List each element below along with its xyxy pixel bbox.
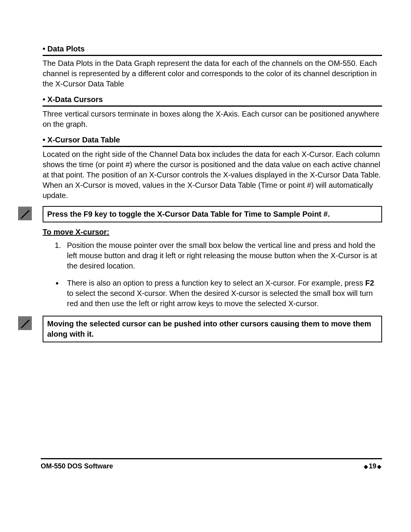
note-f9: Press the F9 key to toggle the X-Cursor … — [43, 206, 382, 222]
page: • Data Plots The Data Plots in the Data … — [0, 0, 411, 532]
heading-x-data-cursors: • X-Data Cursors — [43, 94, 382, 107]
footer-page: ◆19◆ — [363, 462, 382, 470]
para-x-cursor-data-table: Located on the right side of the Channel… — [43, 149, 382, 201]
pencil-note-icon — [18, 207, 32, 220]
step-1: Position the mouse pointer over the smal… — [63, 240, 382, 271]
note-box-f9: Press the F9 key to toggle the X-Cursor … — [43, 206, 382, 222]
content-area: • Data Plots The Data Plots in the Data … — [43, 44, 382, 342]
diamond-icon: ◆ — [376, 463, 382, 470]
note-move-cursor: Moving the selected cursor can be pushed… — [43, 316, 382, 342]
move-steps-list: Position the mouse pointer over the smal… — [43, 240, 382, 309]
page-number: 19 — [369, 462, 376, 470]
step-2-bold-f2: F2 — [365, 279, 374, 287]
footer-title: OM-550 DOS Software — [41, 462, 113, 470]
heading-data-plots: • Data Plots — [43, 44, 382, 56]
step-2-text-a: There is also an option to press a funct… — [67, 279, 365, 287]
heading-to-move-x-cursor: To move X-cursor: — [43, 228, 382, 236]
diamond-icon: ◆ — [363, 463, 369, 470]
step-2-text-b: to select the second X-cursor. When the … — [67, 289, 373, 308]
note-box-move-cursor: Moving the selected cursor can be pushed… — [43, 316, 382, 342]
heading-x-cursor-data-table: • X-Cursor Data Table — [43, 135, 382, 147]
pencil-note-icon — [18, 316, 32, 330]
para-x-data-cursors: Three vertical cursors terminate in boxe… — [43, 109, 382, 129]
page-footer: OM-550 DOS Software ◆19◆ — [41, 458, 382, 470]
para-data-plots: The Data Plots in the Data Graph represe… — [43, 58, 382, 89]
step-2: There is also an option to press a funct… — [63, 278, 382, 309]
